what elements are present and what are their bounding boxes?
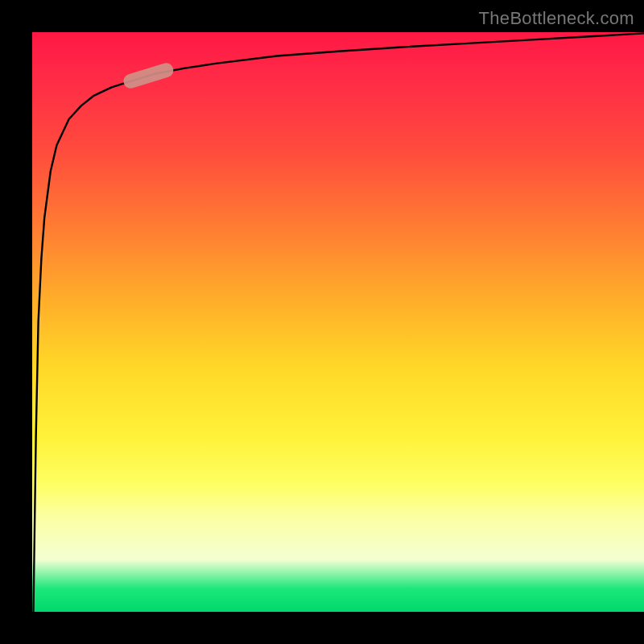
bottleneck-curve bbox=[34, 33, 645, 612]
curve-highlight-segment bbox=[122, 61, 175, 90]
chart-frame: TheBottleneck.com bbox=[0, 0, 644, 644]
plot-area bbox=[32, 32, 644, 612]
curve-layer bbox=[32, 32, 644, 612]
watermark-text: TheBottleneck.com bbox=[479, 8, 634, 29]
